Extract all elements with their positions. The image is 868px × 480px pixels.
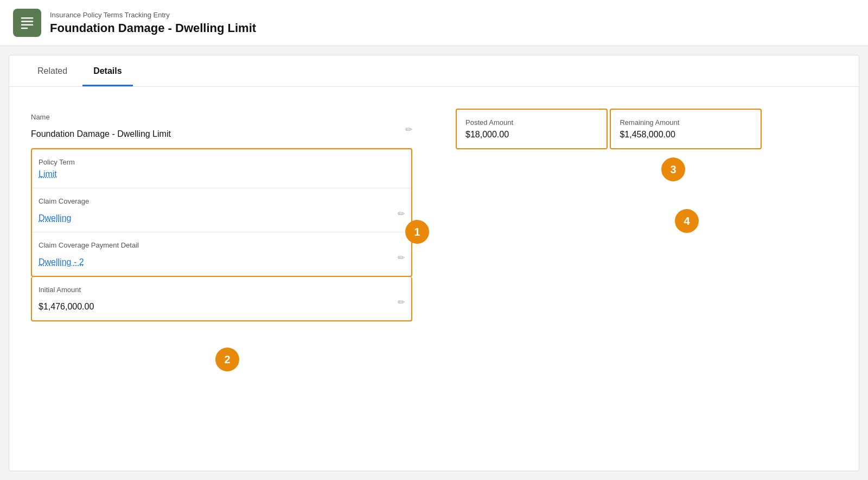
header-subtitle: Insurance Policy Terms Tracking Entry xyxy=(50,11,256,19)
initial-amount-edit-icon[interactable]: ✏ xyxy=(398,297,405,307)
initial-amount-label: Initial Amount xyxy=(39,286,405,294)
name-value: Foundation Damage - Dwelling Limit xyxy=(31,129,171,139)
tab-bar: Related Details xyxy=(9,55,859,87)
left-column: Name Foundation Damage - Dwelling Limit … xyxy=(31,104,412,321)
posted-amount-value: $18,000.00 xyxy=(465,130,598,140)
form-layout: Name Foundation Damage - Dwelling Limit … xyxy=(31,104,837,321)
svg-rect-2 xyxy=(21,24,34,26)
right-column: Posted Amount $18,000.00 Remaining Amoun… xyxy=(456,104,837,321)
claim-coverage-field: Claim Coverage Dwelling ✏ xyxy=(32,188,411,232)
list-icon xyxy=(19,15,35,31)
posted-amount-label: Posted Amount xyxy=(465,118,598,127)
policy-term-field: Policy Term Limit xyxy=(32,149,411,188)
page-header: Insurance Policy Terms Tracking Entry Fo… xyxy=(0,0,868,46)
svg-rect-0 xyxy=(21,17,34,19)
claim-coverage-value[interactable]: Dwelling xyxy=(39,213,71,223)
main-panel: Related Details 1 2 3 4 Name Foundation … xyxy=(9,55,859,471)
svg-rect-3 xyxy=(21,28,28,29)
claim-coverage-payment-row: Dwelling - 2 ✏ xyxy=(39,252,405,267)
app-icon xyxy=(13,9,41,37)
content-area: 1 2 3 4 Name Foundation Damage - Dwellin… xyxy=(9,87,859,339)
svg-rect-1 xyxy=(21,21,34,22)
posted-amount-box: Posted Amount $18,000.00 xyxy=(456,109,608,149)
initial-amount-value: $1,476,000.00 xyxy=(39,302,94,312)
annotation-4: 4 xyxy=(675,209,699,233)
header-title: Foundation Damage - Dwelling Limit xyxy=(50,21,256,35)
tab-details[interactable]: Details xyxy=(82,55,132,86)
name-edit-icon[interactable]: ✏ xyxy=(405,124,412,135)
claim-coverage-payment-field: Claim Coverage Payment Detail Dwelling -… xyxy=(32,232,411,276)
claim-coverage-edit-icon[interactable]: ✏ xyxy=(398,209,405,219)
remaining-amount-value: $1,458,000.00 xyxy=(620,130,752,140)
header-text: Insurance Policy Terms Tracking Entry Fo… xyxy=(50,11,256,35)
name-field-group: Name Foundation Damage - Dwelling Limit … xyxy=(31,104,412,148)
tab-related[interactable]: Related xyxy=(27,55,78,86)
claim-coverage-payment-value[interactable]: Dwelling - 2 xyxy=(39,257,84,267)
annotation-1: 1 xyxy=(405,220,429,244)
name-label: Name xyxy=(31,113,412,121)
remaining-amount-field: Remaining Amount $1,458,000.00 xyxy=(611,110,761,148)
policy-term-value[interactable]: Limit xyxy=(39,169,57,179)
annotation-3: 3 xyxy=(661,157,685,181)
claim-coverage-label: Claim Coverage xyxy=(39,197,405,205)
name-row: Foundation Damage - Dwelling Limit ✏ xyxy=(31,124,412,139)
policy-term-label: Policy Term xyxy=(39,158,405,166)
posted-amount-field: Posted Amount $18,000.00 xyxy=(457,110,607,148)
claim-coverage-payment-label: Claim Coverage Payment Detail xyxy=(39,241,405,249)
claim-coverage-row: Dwelling ✏ xyxy=(39,209,405,223)
remaining-amount-label: Remaining Amount xyxy=(620,118,752,127)
annotation-2: 2 xyxy=(215,348,239,371)
highlight-box-1: Policy Term Limit Claim Coverage Dwellin… xyxy=(31,148,412,277)
claim-coverage-payment-edit-icon[interactable]: ✏ xyxy=(398,252,405,263)
initial-amount-field: Initial Amount $1,476,000.00 ✏ xyxy=(32,277,411,320)
policy-term-row: Limit xyxy=(39,169,405,179)
highlight-box-2: Initial Amount $1,476,000.00 ✏ xyxy=(31,277,412,321)
remaining-amount-box: Remaining Amount $1,458,000.00 xyxy=(610,109,762,149)
initial-amount-row: $1,476,000.00 ✏ xyxy=(39,297,405,312)
